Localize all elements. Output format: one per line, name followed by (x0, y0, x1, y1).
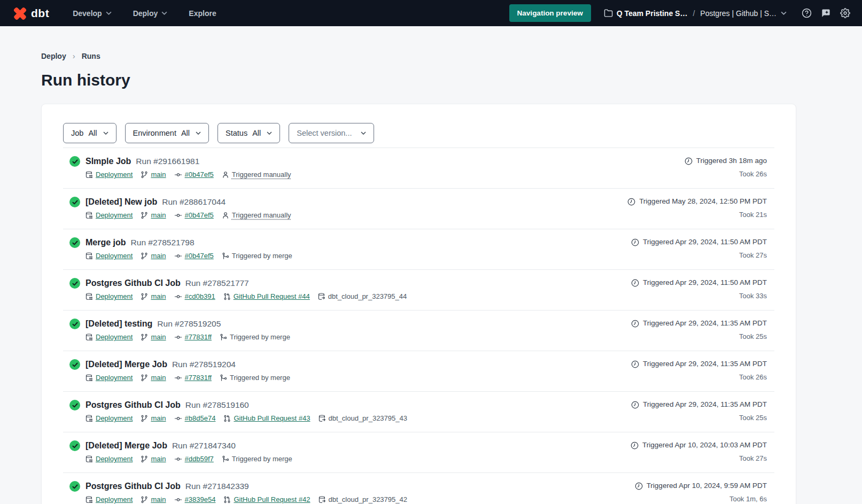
nav-menu-deploy[interactable]: Deploy (133, 9, 168, 18)
commit-link[interactable]: #77831ff (174, 373, 212, 383)
run-row[interactable]: Merge job Run #278521798 Deployment main… (63, 229, 774, 270)
git-commit-icon (174, 455, 182, 463)
job-name-link[interactable]: [Deleted] Merge Job (86, 359, 167, 370)
environment-database-icon (86, 415, 93, 422)
feedback-icon[interactable] (821, 8, 831, 18)
environment-link[interactable]: Deployment (86, 454, 133, 464)
run-row[interactable]: Postgres Github CI Job Run #271842339 De… (63, 473, 774, 504)
run-row[interactable]: [Deleted] Merge Job Run #271847340 Deplo… (63, 432, 774, 473)
account-name: Q Team Pristine S… (617, 9, 688, 18)
environment-link[interactable]: Deployment (86, 251, 133, 261)
commit-link[interactable]: #cd0b391 (174, 292, 215, 301)
pr-schema: dbt_cloud_pr_323795_42 (319, 495, 407, 504)
branch-link[interactable]: main (141, 495, 166, 504)
chevron-down-icon (196, 131, 201, 135)
navigation-preview-button[interactable]: Navigation preview (509, 4, 591, 22)
job-name-link[interactable]: Postgres Github CI Job (86, 399, 181, 410)
run-row[interactable]: Postgres Github CI Job Run #278519160 De… (63, 392, 774, 432)
schema-database-icon (319, 415, 326, 422)
run-duration: Took 25s (631, 414, 767, 422)
chevron-down-icon (267, 131, 272, 135)
branch-link[interactable]: main (141, 373, 166, 383)
branch-link[interactable]: main (141, 454, 166, 464)
environment-link[interactable]: Deployment (86, 373, 133, 383)
job-filter-value: All (88, 129, 97, 137)
git-commit-icon (174, 374, 182, 382)
environment-link[interactable]: Deployment (86, 495, 133, 504)
run-success-status-icon (69, 400, 80, 410)
git-commit-icon (174, 171, 182, 179)
pull-request-link[interactable]: GitHub Pull Request #43 (223, 414, 310, 423)
git-commit-icon (174, 293, 182, 300)
filters-bar: Job All Environment All Status All Selec… (63, 123, 774, 148)
dbt-logo[interactable]: dbt (13, 6, 49, 20)
run-row[interactable]: Postgres Github CI Job Run #278521777 De… (63, 270, 774, 311)
version-filter-dropdown[interactable]: Select version... (289, 123, 374, 143)
project-selector[interactable]: Postgres | Github | S… (700, 9, 787, 18)
commit-link[interactable]: #77831ff (174, 332, 212, 342)
nav-menu-develop-label: Develop (73, 9, 102, 18)
trigger-merge: Triggered by merge (222, 251, 292, 261)
job-name-link[interactable]: SImple Job (86, 156, 131, 167)
help-icon[interactable] (802, 8, 812, 18)
branch-link[interactable]: main (141, 332, 166, 342)
triggered-time: Triggered Apr 10, 2024, 9:59 AM PDT (635, 480, 767, 491)
schema-database-icon (319, 496, 326, 503)
environment-link[interactable]: Deployment (86, 292, 133, 301)
triggered-time: Triggered Apr 29, 2024, 11:50 AM PDT (631, 237, 767, 247)
branch-link[interactable]: main (141, 292, 166, 301)
account-selector[interactable]: Q Team Pristine S… (604, 9, 688, 18)
run-row[interactable]: [Deleted] New job Run #288617044 Deploym… (63, 189, 774, 229)
breadcrumb-deploy[interactable]: Deploy (41, 52, 66, 60)
job-name-link[interactable]: [Deleted] testing (86, 318, 152, 329)
status-filter-value: All (252, 129, 261, 137)
branch-link[interactable]: main (141, 414, 166, 423)
branch-link[interactable]: main (141, 211, 166, 220)
job-name-link[interactable]: Merge job (86, 237, 126, 248)
environment-link[interactable]: Deployment (86, 211, 133, 220)
git-pull-request-icon (223, 415, 231, 422)
run-success-status-icon (69, 197, 80, 207)
commit-link[interactable]: #b8d5e74 (174, 414, 216, 423)
run-duration: Took 27s (631, 454, 767, 462)
run-duration: Took 26s (631, 373, 767, 381)
triggered-time: Triggered Apr 29, 2024, 11:50 AM PDT (631, 277, 767, 288)
environment-database-icon (86, 374, 93, 382)
job-name-link[interactable]: [Deleted] Merge Job (86, 440, 167, 451)
status-filter-dropdown[interactable]: Status All (218, 123, 280, 143)
commit-link[interactable]: #ddb59f7 (174, 454, 214, 464)
chevron-down-icon (106, 11, 112, 15)
breadcrumb-runs[interactable]: Runs (82, 52, 100, 60)
nav-menu-develop[interactable]: Develop (73, 9, 111, 18)
clock-icon (685, 157, 693, 165)
gear-icon[interactable] (840, 8, 850, 18)
git-commit-icon (174, 415, 182, 422)
run-row[interactable]: SImple Job Run #291661981 Deployment mai… (63, 148, 774, 189)
commit-link[interactable]: #0b47ef5 (174, 170, 214, 180)
job-filter-dropdown[interactable]: Job All (63, 123, 117, 143)
job-name-link[interactable]: Postgres Github CI Job (86, 480, 181, 492)
triggered-time: Triggered Apr 10, 2024, 10:03 AM PDT (631, 440, 767, 451)
commit-link[interactable]: #0b47ef5 (174, 251, 214, 261)
run-row[interactable]: [Deleted] Merge Job Run #278519204 Deplo… (63, 351, 774, 392)
git-branch-icon (141, 252, 148, 260)
commit-link[interactable]: #0b47ef5 (174, 211, 214, 220)
run-duration: Took 26s (685, 170, 767, 178)
clock-icon (631, 320, 639, 328)
commit-link[interactable]: #3839e54 (174, 495, 216, 504)
pull-request-link[interactable]: GitHub Pull Request #44 (223, 292, 310, 301)
environment-link[interactable]: Deployment (86, 170, 133, 180)
branch-link[interactable]: main (141, 170, 166, 180)
job-name-link[interactable]: Postgres Github CI Job (86, 277, 181, 289)
branch-link[interactable]: main (141, 251, 166, 261)
job-name-link[interactable]: [Deleted] New job (86, 196, 157, 207)
environment-link[interactable]: Deployment (86, 414, 133, 423)
git-branch-icon (141, 496, 148, 503)
triggered-time: Triggered 3h 18m ago (685, 156, 767, 166)
pull-request-link[interactable]: GitHub Pull Request #42 (223, 495, 310, 504)
nav-menu-explore[interactable]: Explore (189, 9, 216, 18)
path-separator: / (693, 9, 695, 18)
run-row[interactable]: [Deleted] testing Run #278519205 Deploym… (63, 311, 774, 351)
environment-filter-dropdown[interactable]: Environment All (125, 123, 209, 143)
environment-link[interactable]: Deployment (86, 332, 133, 342)
